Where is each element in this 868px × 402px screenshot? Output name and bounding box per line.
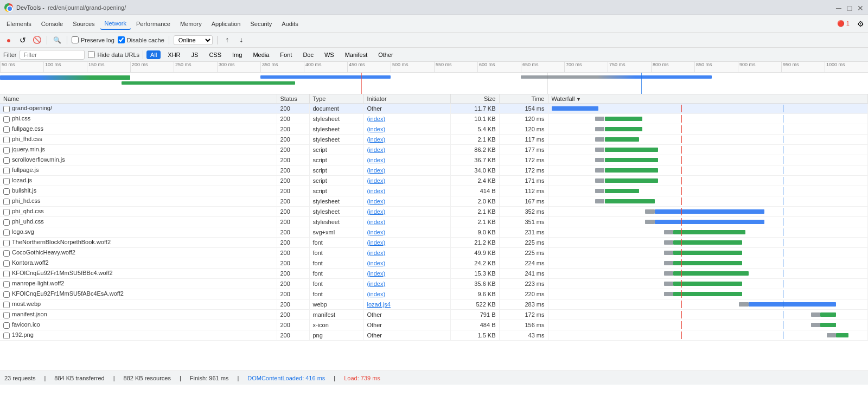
initiator-link[interactable]: (index) bbox=[367, 136, 386, 143]
row-checkbox[interactable] bbox=[3, 281, 10, 288]
row-checkbox[interactable] bbox=[3, 178, 10, 184]
disable-cache-label[interactable]: Disable cache bbox=[118, 36, 164, 43]
table-row[interactable]: phi_fhd.css200stylesheet(index)2.1 KB117… bbox=[0, 135, 868, 145]
filter-ws[interactable]: WS bbox=[321, 50, 338, 59]
cell-initiator[interactable]: (index) bbox=[363, 114, 450, 124]
cell-initiator[interactable]: (index) bbox=[363, 227, 450, 238]
cell-name[interactable]: phi_uhd.css bbox=[0, 217, 277, 227]
initiator-link[interactable]: (index) bbox=[367, 250, 386, 256]
row-checkbox[interactable] bbox=[3, 333, 10, 339]
filter-input[interactable] bbox=[20, 50, 85, 60]
filter-css[interactable]: CSS bbox=[205, 50, 225, 59]
cell-name[interactable]: phi_qhd.css bbox=[0, 207, 277, 217]
nav-console[interactable]: Console bbox=[37, 18, 67, 29]
hide-data-urls-label[interactable]: Hide data URLs bbox=[88, 51, 139, 58]
table-row[interactable]: fullpage.js200script(index)34.0 KB172 ms bbox=[0, 165, 868, 176]
close-button[interactable]: ✕ bbox=[857, 4, 864, 11]
row-checkbox[interactable] bbox=[3, 188, 10, 195]
row-checkbox[interactable] bbox=[3, 106, 10, 112]
cell-initiator[interactable]: lozad.js4 bbox=[363, 299, 450, 310]
cell-name[interactable]: grand-opening/ bbox=[0, 104, 277, 114]
initiator-link[interactable]: (index) bbox=[367, 188, 386, 194]
table-row[interactable]: manrope-light.woff2200font(index)35.6 KB… bbox=[0, 279, 868, 289]
row-checkbox[interactable] bbox=[3, 229, 10, 236]
cell-initiator[interactable]: (index) bbox=[363, 289, 450, 299]
initiator-link[interactable]: (index) bbox=[367, 126, 386, 132]
table-row[interactable]: KFOlCnqEu92Fr1MmSU5fBBc4.woff2200font(in… bbox=[0, 269, 868, 279]
nav-network[interactable]: Network bbox=[100, 18, 131, 30]
initiator-link[interactable]: (index) bbox=[367, 280, 386, 287]
row-checkbox[interactable] bbox=[3, 260, 10, 267]
network-throttle-select[interactable]: Online Fast 3G Slow 3G Offline bbox=[174, 35, 213, 45]
row-checkbox[interactable] bbox=[3, 147, 10, 154]
cell-initiator[interactable]: (index) bbox=[363, 145, 450, 155]
table-row[interactable]: favicon.ico200x-iconOther484 B156 ms bbox=[0, 320, 868, 330]
export-button[interactable]: ↓ bbox=[236, 35, 247, 46]
cell-name[interactable]: phi.css bbox=[0, 114, 277, 124]
cell-name[interactable]: manrope-light.woff2 bbox=[0, 279, 277, 289]
initiator-link[interactable]: (index) bbox=[367, 270, 386, 277]
cell-name[interactable]: phi_hd.css bbox=[0, 196, 277, 207]
initiator-link[interactable]: (index) bbox=[367, 157, 386, 163]
header-name[interactable]: Name bbox=[0, 94, 277, 104]
minimize-button[interactable]: ─ bbox=[835, 4, 842, 11]
initiator-link[interactable]: (index) bbox=[367, 198, 386, 205]
table-row[interactable]: phi.css200stylesheet(index)10.1 KB120 ms bbox=[0, 114, 868, 124]
nav-elements[interactable]: Elements bbox=[2, 18, 36, 29]
header-waterfall[interactable]: Waterfall bbox=[548, 94, 868, 104]
table-row[interactable]: scrolloverflow.min.js200script(index)36.… bbox=[0, 155, 868, 165]
initiator-link[interactable]: (index) bbox=[367, 208, 386, 215]
search-button[interactable]: 🔍 bbox=[52, 35, 62, 46]
filter-js[interactable]: JS bbox=[188, 50, 202, 59]
cell-initiator[interactable]: (index) bbox=[363, 248, 450, 258]
cell-initiator[interactable]: (index) bbox=[363, 217, 450, 227]
cell-name[interactable]: bullshit.js bbox=[0, 186, 277, 196]
cell-initiator[interactable]: (index) bbox=[363, 135, 450, 145]
table-row[interactable]: grand-opening/200documentOther11.7 KB154… bbox=[0, 104, 868, 114]
table-row[interactable]: 192.png200pngOther1.5 KB43 ms bbox=[0, 330, 868, 341]
cell-name[interactable]: logo.svg bbox=[0, 227, 277, 238]
cell-name[interactable]: phi_fhd.css bbox=[0, 135, 277, 145]
timeline[interactable]: 50 ms 100 ms 150 ms 200 ms 250 ms 300 ms… bbox=[0, 62, 868, 94]
table-row[interactable]: lozad.js200script(index)2.4 KB171 ms bbox=[0, 176, 868, 186]
initiator-link[interactable]: lozad.js4 bbox=[367, 301, 391, 308]
maximize-button[interactable]: □ bbox=[846, 4, 853, 11]
cell-initiator[interactable]: (index) bbox=[363, 176, 450, 186]
row-checkbox[interactable] bbox=[3, 291, 10, 298]
cell-initiator[interactable]: (index) bbox=[363, 238, 450, 248]
initiator-link[interactable]: (index) bbox=[367, 229, 386, 235]
header-type[interactable]: Type bbox=[309, 94, 363, 104]
row-checkbox[interactable] bbox=[3, 116, 10, 123]
cell-initiator[interactable]: (index) bbox=[363, 186, 450, 196]
cell-initiator[interactable]: (index) bbox=[363, 124, 450, 135]
row-checkbox[interactable] bbox=[3, 126, 10, 133]
nav-security[interactable]: Security bbox=[246, 18, 276, 29]
row-checkbox[interactable] bbox=[3, 240, 10, 246]
table-row[interactable]: phi_hd.css200stylesheet(index)2.0 KB167 … bbox=[0, 196, 868, 207]
cell-name[interactable]: fullpage.css bbox=[0, 124, 277, 135]
initiator-link[interactable]: (index) bbox=[367, 260, 386, 266]
filter-media[interactable]: Media bbox=[249, 50, 273, 59]
refresh-button[interactable]: ↺ bbox=[17, 35, 28, 46]
cell-name[interactable]: fullpage.js bbox=[0, 165, 277, 176]
nav-audits[interactable]: Audits bbox=[277, 18, 303, 29]
header-size[interactable]: Size bbox=[450, 94, 499, 104]
record-button[interactable]: ● bbox=[3, 35, 14, 46]
cell-initiator[interactable]: (index) bbox=[363, 165, 450, 176]
preserve-log-checkbox[interactable] bbox=[72, 36, 79, 43]
initiator-link[interactable]: (index) bbox=[367, 177, 386, 184]
row-checkbox[interactable] bbox=[3, 219, 10, 226]
filter-font[interactable]: Font bbox=[276, 50, 296, 59]
filter-doc[interactable]: Doc bbox=[299, 50, 317, 59]
filter-img[interactable]: Img bbox=[228, 50, 246, 59]
table-row[interactable]: manifest.json200manifestOther791 B172 ms bbox=[0, 310, 868, 320]
cell-name[interactable]: TheNorthernBlockNorpethBook.woff2 bbox=[0, 238, 277, 248]
clear-button[interactable]: 🚫 bbox=[31, 35, 42, 46]
table-row[interactable]: phi_uhd.css200stylesheet(index)2.1 KB351… bbox=[0, 217, 868, 227]
row-checkbox[interactable] bbox=[3, 271, 10, 277]
cell-name[interactable]: KFOlCnqEu92Fr1MmSU5fBBc4.woff2 bbox=[0, 269, 277, 279]
filter-xhr[interactable]: XHR bbox=[164, 50, 184, 59]
cell-initiator[interactable]: (index) bbox=[363, 155, 450, 165]
nav-performance[interactable]: Performance bbox=[132, 18, 175, 29]
preserve-log-label[interactable]: Preserve log bbox=[72, 36, 114, 43]
